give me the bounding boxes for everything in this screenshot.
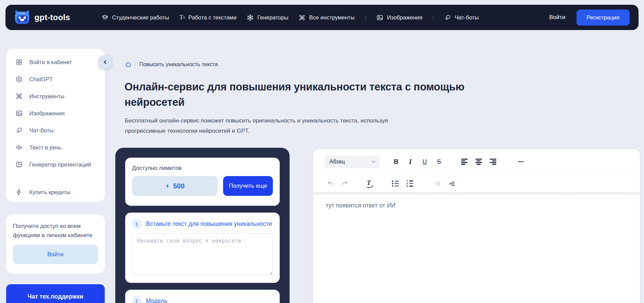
nav-item-text-work[interactable]: Tт Работа с текстами (179, 14, 236, 21)
chat-bubbles-icon (15, 127, 23, 134)
indent-icon (449, 180, 456, 187)
bullet-list-icon (392, 181, 399, 187)
sidebar-item-text-to-speech[interactable]: Текст в речь (6, 139, 105, 156)
italic-button[interactable]: I (405, 156, 416, 168)
align-center-button[interactable] (473, 156, 484, 168)
page: gpt-tools Студенческие работы Tт Работа … (0, 0, 644, 303)
step2-title: Модель (146, 298, 167, 303)
sidebar-item-label: Инструменты (29, 93, 64, 100)
align-right-icon (490, 159, 496, 165)
top-navbar: gpt-tools Студенческие работы Tт Работа … (5, 5, 639, 30)
get-more-limits-button[interactable]: Получить еще (223, 176, 273, 196)
access-card: Получите доступ ко всем функциям в лично… (6, 214, 105, 274)
strikethrough-button[interactable]: S (433, 156, 445, 168)
nav-item-label: Изображения (387, 14, 422, 21)
openai-icon (15, 75, 23, 83)
speaker-icon (15, 144, 23, 151)
lightning-icon (165, 183, 170, 189)
breadcrumb: / Повысить уникальность текста (125, 61, 218, 68)
step1-card: 1 Вставьте текст для повышения уникально… (125, 213, 280, 283)
undo-button[interactable] (325, 178, 336, 189)
sidebar-item-label: Чат-боты (29, 127, 54, 134)
nav-item-label: Все инструменты (309, 14, 354, 21)
register-button[interactable]: Регистрация (576, 10, 630, 26)
outdent-icon (434, 180, 441, 187)
step-number-badge: 2 (132, 296, 142, 303)
source-text-input[interactable] (132, 233, 273, 275)
limits-card: Доступно лимитов 500 Получить еще (125, 158, 280, 206)
horizontal-rule-button[interactable] (515, 156, 527, 168)
nav-item-label: Студенческие работы (112, 14, 169, 21)
align-right-button[interactable] (487, 156, 499, 168)
sidebar-item-tools[interactable]: Инструменты (6, 88, 105, 105)
indent-button[interactable] (446, 178, 458, 189)
bullet-list-button[interactable] (390, 178, 401, 189)
nav-item-generators[interactable]: Генераторы (247, 14, 288, 21)
tool-panel: Доступно лимитов 500 Получить еще 1 Вста… (115, 148, 290, 303)
redo-button[interactable] (339, 178, 351, 189)
nav-separator: | (433, 15, 434, 20)
sidebar-item-presentations[interactable]: Генератор презентаций (6, 156, 105, 173)
nav-item-all-tools[interactable]: Все инструменты (298, 14, 354, 21)
breadcrumb-current: Повысить уникальность текста (139, 61, 218, 68)
nav-item-label: Генераторы (257, 14, 288, 21)
main-nav: Студенческие работы Tт Работа с текстами… (101, 14, 479, 21)
undo-icon (327, 180, 334, 187)
brand-name: gpt-tools (34, 13, 70, 22)
outdent-button[interactable] (432, 178, 443, 189)
sidebar-menu: Войти в кабинет ChatGPT Инструменты Изоб… (6, 49, 105, 202)
lightning-icon (15, 188, 23, 196)
sidebar-item-chatbots[interactable]: Чат-боты (6, 122, 105, 139)
image-icon (376, 14, 383, 21)
robot-icon (14, 10, 30, 25)
numbered-list-icon (406, 180, 413, 187)
sidebar-item-cabinet[interactable]: Войти в кабинет (6, 54, 105, 71)
nav-item-student-works[interactable]: Студенческие работы (101, 14, 169, 21)
paragraph-style-value: Абзац (330, 159, 345, 165)
sidebar-item-images[interactable]: Изображения (6, 105, 105, 122)
dashboard-grid-icon (15, 58, 23, 66)
sidebar-collapse-button[interactable] (99, 56, 112, 69)
access-login-button[interactable]: Войти (13, 245, 98, 264)
align-center-icon (475, 159, 482, 165)
paragraph-style-select[interactable]: Абзац (325, 156, 380, 168)
sidebar-item-label: Генератор презентаций (29, 161, 91, 168)
chevron-left-icon (103, 60, 107, 64)
nav-right: Войти Регистрация (549, 10, 630, 26)
sidebar-item-buy-credits[interactable]: Купить кредиты (6, 184, 105, 201)
presentation-icon (15, 161, 23, 168)
step-number-badge: 1 (132, 219, 142, 229)
brand-logo[interactable]: gpt-tools (14, 10, 70, 25)
numbered-list-button[interactable] (404, 178, 415, 189)
step2-card: 2 Модель (125, 290, 280, 303)
graduation-cap-icon (101, 14, 108, 21)
nav-item-images[interactable]: Изображения (376, 14, 422, 21)
crossed-tools-icon (15, 92, 23, 100)
nav-item-label: Чат-боты (455, 14, 479, 21)
underline-button[interactable]: U (419, 156, 430, 168)
chevron-down-icon (371, 160, 376, 164)
login-link[interactable]: Войти (549, 14, 566, 21)
limits-value: 500 (173, 182, 185, 190)
sidebar-item-label: ChatGPT (29, 76, 53, 83)
page-description: Бесплатный онлайн-сервис поможет повысит… (125, 116, 398, 136)
nav-item-label: Работа с текстами (188, 14, 236, 21)
sidebar-item-label: Войти в кабинет (29, 59, 72, 66)
editor-toolbar: Абзац B I U S (313, 149, 640, 192)
network-icon (247, 14, 254, 21)
bold-button[interactable]: B (390, 156, 402, 168)
support-chat-button[interactable]: Чат тех.поддержки (6, 284, 105, 303)
horizontal-rule-icon (518, 161, 524, 162)
align-left-button[interactable] (458, 156, 470, 168)
access-card-text: Получите доступ ко всем функциям в лично… (13, 221, 98, 240)
nav-item-chatbots[interactable]: Чат-боты (444, 14, 479, 21)
image-icon (15, 110, 23, 117)
chat-bubbles-icon (444, 14, 451, 21)
sidebar-item-chatgpt[interactable]: ChatGPT (6, 71, 105, 88)
home-icon[interactable] (125, 61, 132, 68)
nav-separator: | (365, 15, 366, 20)
clear-formatting-button[interactable] (364, 178, 376, 189)
editor-content[interactable]: тут появится ответ от ИИ (313, 192, 640, 219)
crossed-tools-icon (298, 14, 306, 21)
breadcrumb-separator: / (135, 61, 136, 68)
